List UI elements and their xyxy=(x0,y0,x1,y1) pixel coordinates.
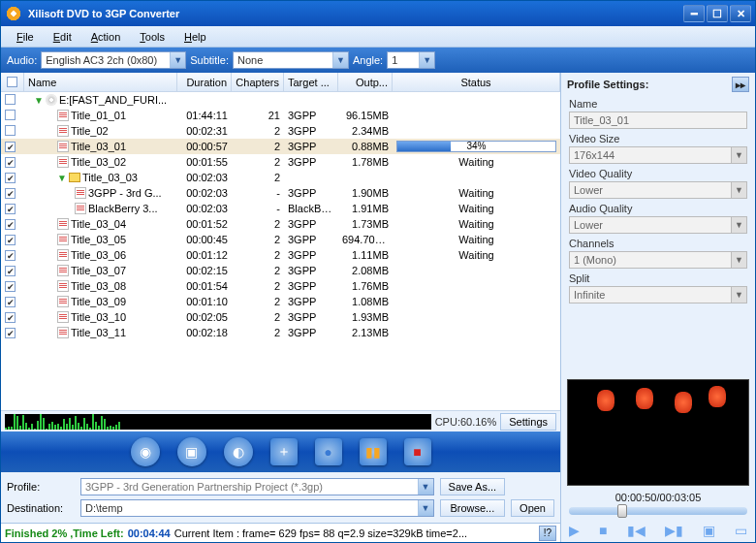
expand-button[interactable]: ▸▸ xyxy=(732,77,749,92)
ps-name-label: Name xyxy=(569,98,747,110)
seek-slider[interactable] xyxy=(569,507,747,515)
table-row[interactable]: ✔3GPP - 3rd G...00:02:03-3GPP1.90MBWaiti… xyxy=(1,185,560,201)
folder-icon xyxy=(69,173,80,182)
maximize-button[interactable]: ☐ xyxy=(707,5,728,22)
subtitle-combo[interactable]: None▼ xyxy=(233,51,349,69)
table-row[interactable]: ✔Title_03_0200:01:5523GPP1.78MBWaiting xyxy=(1,154,560,170)
checkbox[interactable]: ✔ xyxy=(5,142,16,152)
ps-aq-combo[interactable]: Lower▼ xyxy=(569,216,747,234)
profile-combo[interactable]: 3GPP - 3rd Generation Partnership Projec… xyxy=(80,478,434,495)
checkbox[interactable]: ✔ xyxy=(5,219,16,230)
table-row[interactable]: Title_01_0101:44:11213GPP96.15MB xyxy=(1,108,560,123)
close-button[interactable]: ✕ xyxy=(730,5,751,22)
menu-tools[interactable]: ToolsTools xyxy=(130,29,174,45)
menu-action[interactable]: ActionAction xyxy=(81,29,131,45)
page-icon xyxy=(57,156,69,168)
help-icon-button[interactable]: !? xyxy=(539,526,556,541)
col-status[interactable]: Status xyxy=(393,73,560,91)
menu-help[interactable]: HelpHelp xyxy=(174,29,216,45)
profile-bar: Profile: 3GPP - 3rd Generation Partnersh… xyxy=(1,472,560,523)
page-icon xyxy=(57,327,69,338)
ps-vq-combo[interactable]: Lower▼ xyxy=(569,181,747,199)
pause-button[interactable]: ▮▮ xyxy=(360,438,387,465)
circle-icon: ● xyxy=(324,444,331,460)
page-icon xyxy=(57,249,69,261)
file-table: Name Duration Chapters Target ... Outp..… xyxy=(1,73,560,410)
checkbox[interactable] xyxy=(5,94,16,105)
checkbox[interactable]: ✔ xyxy=(5,266,16,276)
expand-arrow-icon[interactable]: ▼ xyxy=(57,173,67,183)
titlebar[interactable]: Xilisoft DVD to 3GP Converter ━ ☐ ✕ xyxy=(1,1,755,26)
checkbox[interactable]: ✔ xyxy=(5,235,16,245)
add-folder-button[interactable]: ▣ xyxy=(177,437,206,466)
profile-button[interactable]: ◐ xyxy=(224,437,253,466)
page-icon xyxy=(57,280,69,292)
table-row[interactable]: ✔Title_03_0400:01:5223GPP1.73MBWaiting xyxy=(1,216,560,232)
checkbox[interactable]: ✔ xyxy=(5,204,16,214)
add-button[interactable]: ＋ xyxy=(270,438,298,465)
table-row[interactable]: ✔Title_03_0500:00:4523GPP694.70KBWaiting xyxy=(1,232,560,247)
chevron-down-icon: ▼ xyxy=(418,500,433,516)
slider-thumb[interactable] xyxy=(617,504,627,518)
table-row[interactable]: Title_0200:02:3123GPP2.34MB xyxy=(1,123,560,139)
table-row[interactable]: ✔Title_03_0800:01:5423GPP1.76MB xyxy=(1,278,560,294)
status-current: Current Item : frame= 629 fps= 88 q=2.9 … xyxy=(174,527,467,539)
table-row[interactable]: ✔Title_03_0600:01:1223GPP1.11MBWaiting xyxy=(1,247,560,263)
chevron-down-icon: ▼ xyxy=(418,479,433,495)
destination-label: Destination: xyxy=(7,502,75,514)
table-row[interactable]: ▼E:[FAST_AND_FURI... xyxy=(1,92,560,108)
checkbox[interactable] xyxy=(5,125,16,136)
table-row[interactable]: ✔Title_03_1000:02:0523GPP1.93MB xyxy=(1,309,560,325)
col-check[interactable] xyxy=(1,73,24,91)
stop-media-button[interactable]: ■ xyxy=(599,523,607,538)
open-button[interactable]: Open xyxy=(511,499,554,517)
ps-name-input[interactable]: Title_03_01 xyxy=(569,112,747,129)
record-button[interactable]: ● xyxy=(315,438,342,465)
table-row[interactable]: ✔▼Title_03_0300:02:032 xyxy=(1,170,560,185)
col-output[interactable]: Outp... xyxy=(338,73,393,91)
snapshot-button[interactable]: ▣ xyxy=(703,523,715,538)
plus-icon: ＋ xyxy=(277,443,291,461)
ps-ch-combo[interactable]: 1 (Mono)▼ xyxy=(569,251,747,269)
menu-edit[interactable]: EditEdit xyxy=(44,29,81,45)
open-folder-button[interactable]: ▭ xyxy=(735,523,747,538)
ps-vsize-combo[interactable]: 176x144▼ xyxy=(569,146,747,164)
checkbox[interactable]: ✔ xyxy=(5,328,16,338)
menu-file[interactable]: FFileile xyxy=(7,29,44,45)
checkbox[interactable]: ✔ xyxy=(5,312,16,323)
angle-combo[interactable]: 1▼ xyxy=(387,51,435,69)
checkbox[interactable]: ✔ xyxy=(5,297,16,307)
table-row[interactable]: ✔BlackBerry 3...00:02:03-BlackBerry1.91M… xyxy=(1,201,560,216)
col-name[interactable]: Name xyxy=(24,73,177,91)
page-icon xyxy=(75,203,86,214)
video-preview[interactable] xyxy=(567,379,749,486)
checkbox[interactable]: ✔ xyxy=(5,188,16,199)
checkbox[interactable]: ✔ xyxy=(5,173,16,183)
table-row[interactable]: ✔Title_03_0700:02:1523GPP2.08MB xyxy=(1,263,560,278)
expand-arrow-icon[interactable]: ▼ xyxy=(34,95,44,106)
save-as-button[interactable]: Save As... xyxy=(440,478,506,495)
audio-combo[interactable]: English AC3 2ch (0x80)▼ xyxy=(41,51,186,69)
destination-combo[interactable]: D:\temp▼ xyxy=(80,499,434,517)
minimize-button[interactable]: ━ xyxy=(683,5,705,22)
checkbox[interactable]: ✔ xyxy=(5,157,16,168)
next-button[interactable]: ▶▮ xyxy=(665,523,683,538)
chevron-down-icon: ▼ xyxy=(332,52,348,68)
checkbox[interactable]: ✔ xyxy=(5,250,16,261)
table-row[interactable]: ✔Title_03_0100:00:5723GPP0.88MB34% xyxy=(1,139,560,154)
col-target[interactable]: Target ... xyxy=(284,73,338,91)
browse-button[interactable]: Browse... xyxy=(440,499,506,517)
ps-sp-combo[interactable]: Infinite▼ xyxy=(569,286,747,303)
checkbox[interactable] xyxy=(5,110,16,120)
col-chapters[interactable]: Chapters xyxy=(232,73,284,91)
table-row[interactable]: ✔Title_03_0900:01:1023GPP1.08MB xyxy=(1,294,560,309)
table-body[interactable]: ▼E:[FAST_AND_FURI...Title_01_0101:44:112… xyxy=(1,92,560,410)
prev-button[interactable]: ▮◀ xyxy=(627,523,646,538)
stop-button[interactable]: ■ xyxy=(404,438,431,465)
play-button[interactable]: ▶ xyxy=(569,523,580,538)
checkbox[interactable]: ✔ xyxy=(5,281,16,292)
disc-button[interactable]: ◉ xyxy=(131,437,160,466)
col-duration[interactable]: Duration xyxy=(177,73,232,91)
settings-button[interactable]: Settings xyxy=(500,413,556,431)
table-row[interactable]: ✔Title_03_1100:02:1823GPP2.13MB xyxy=(1,325,560,340)
